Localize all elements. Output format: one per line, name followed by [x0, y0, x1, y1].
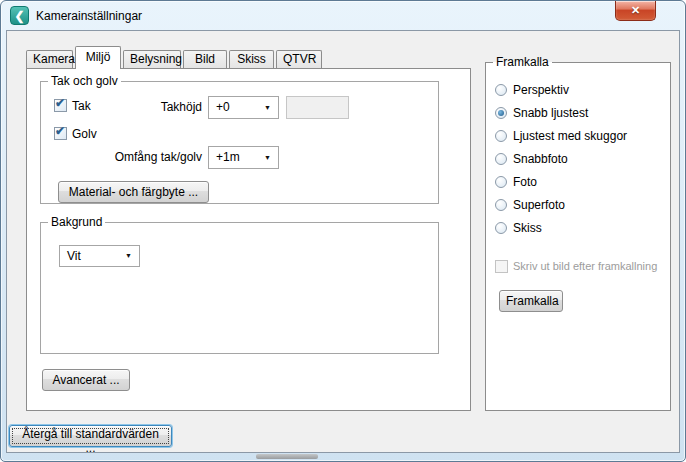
- titlebar[interactable]: ❮ Kamerainställningar ✕: [1, 1, 685, 30]
- radio-snabbfoto-label: Snabbfoto: [513, 152, 568, 166]
- group-tak-och-golv-label: Tak och golv: [48, 74, 121, 88]
- dialog-client-area: Kamera Miljö Belysning Bild Skiss QTVR T…: [6, 30, 680, 453]
- tab-belysning[interactable]: Belysning: [123, 50, 181, 68]
- bakgrund-combobox[interactable]: Vit ▼: [59, 245, 140, 267]
- takhojd-combobox-value: +0: [216, 100, 230, 114]
- radio-superfoto-label: Superfoto: [513, 198, 565, 212]
- takhojd-label: Takhöjd: [141, 100, 202, 114]
- print-after-develop-checkbox: [495, 260, 508, 273]
- radio-foto[interactable]: [495, 176, 507, 188]
- radio-dot: [498, 110, 504, 116]
- window-title: Kamerainställningar: [36, 9, 142, 23]
- radio-ljustest-med-skuggor[interactable]: [495, 130, 507, 142]
- resize-grip[interactable]: [256, 454, 318, 459]
- reset-defaults-button[interactable]: Återgå till standardvärden ...: [9, 425, 172, 447]
- radio-perspektiv[interactable]: [495, 84, 507, 96]
- close-icon: ✕: [616, 1, 655, 19]
- group-bakgrund-label: Bakgrund: [48, 215, 105, 229]
- takhojd-input-disabled: [286, 96, 349, 119]
- tak-checkbox-label: Tak: [72, 99, 91, 113]
- radio-skiss[interactable]: [495, 222, 507, 234]
- omfang-combobox-value: +1m: [216, 150, 240, 164]
- tab-skiss[interactable]: Skiss: [229, 50, 274, 68]
- tab-page-miljo: Tak och golv ✔ Tak Takhöjd +0 ▼ ✔ Golv O…: [26, 68, 471, 411]
- group-tak-och-golv: Tak och golv ✔ Tak Takhöjd +0 ▼ ✔ Golv O…: [40, 74, 439, 204]
- radio-snabbfoto[interactable]: [495, 153, 507, 165]
- tab-qtvr[interactable]: QTVR: [276, 50, 322, 68]
- omfang-combobox[interactable]: +1m ▼: [208, 146, 279, 169]
- takhojd-combobox[interactable]: +0 ▼: [208, 96, 279, 119]
- radio-perspektiv-label: Perspektiv: [513, 83, 569, 97]
- radio-snabb-ljustest[interactable]: [495, 107, 507, 119]
- radio-foto-label: Foto: [513, 175, 537, 189]
- framkalla-button[interactable]: Framkalla: [499, 290, 563, 312]
- chevron-down-icon: ▼: [264, 146, 271, 167]
- material-fargbyte-button[interactable]: Material- och färgbyte ...: [58, 181, 209, 203]
- tab-miljo[interactable]: Miljö: [75, 46, 121, 69]
- tak-checkbox[interactable]: ✔: [54, 99, 67, 112]
- group-bakgrund: Bakgrund Vit ▼: [40, 215, 439, 354]
- radio-snabb-ljustest-label: Snabb ljustest: [513, 106, 588, 120]
- bakgrund-combobox-value: Vit: [67, 249, 81, 263]
- omfang-label: Omfång tak/golv: [101, 150, 202, 164]
- group-framkalla-label: Framkalla: [493, 55, 552, 69]
- check-icon: ✔: [55, 124, 65, 138]
- radio-superfoto[interactable]: [495, 199, 507, 211]
- check-icon: ✔: [55, 96, 65, 110]
- group-framkalla: Framkalla Perspektiv Snabb ljustest Ljus…: [485, 55, 671, 411]
- chevron-down-icon: ▼: [125, 245, 132, 266]
- golv-checkbox-label: Golv: [72, 127, 97, 141]
- app-back-icon: ❮: [10, 6, 29, 25]
- golv-checkbox[interactable]: ✔: [54, 127, 67, 140]
- print-after-develop-label: Skriv ut bild efter framkallning: [513, 260, 657, 272]
- tab-bild[interactable]: Bild: [183, 50, 227, 68]
- dialog-window: ❮ Kamerainställningar ✕ Kamera Miljö Bel…: [0, 0, 686, 462]
- avancerat-button[interactable]: Avancerat ...: [42, 369, 130, 391]
- radio-skiss-label: Skiss: [513, 221, 542, 235]
- chevron-down-icon: ▼: [264, 96, 271, 117]
- radio-ljustest-med-skuggor-label: Ljustest med skuggor: [513, 129, 627, 143]
- tab-kamera[interactable]: Kamera: [26, 50, 73, 68]
- close-button[interactable]: ✕: [615, 1, 656, 21]
